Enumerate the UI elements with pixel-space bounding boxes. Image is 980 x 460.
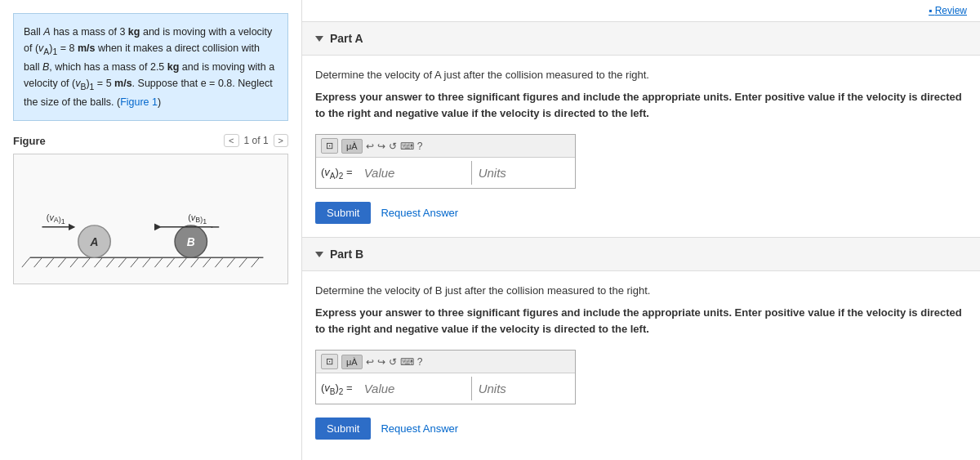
part-a-help-icon[interactable]: ? — [417, 141, 423, 152]
svg-line-15 — [191, 258, 199, 268]
part-b-redo-icon[interactable]: ↪ — [377, 356, 385, 368]
figure-page-indicator: 1 of 1 — [244, 135, 269, 146]
figure-link[interactable]: Figure 1 — [120, 96, 158, 108]
svg-line-12 — [154, 258, 163, 268]
part-b-action-row: Submit Request Answer — [315, 418, 967, 440]
part-b-value-input[interactable] — [358, 377, 472, 400]
part-b-undo-icon[interactable]: ↩ — [366, 356, 374, 368]
part-b-header[interactable]: Part B — [302, 238, 980, 271]
part-a-description: Determine the velocity of A just after t… — [315, 69, 967, 81]
svg-line-18 — [227, 258, 235, 268]
part-a-instructions: Express your answer to three significant… — [315, 89, 967, 121]
svg-line-14 — [179, 258, 187, 268]
svg-line-7 — [95, 258, 103, 268]
part-a-content: Determine the velocity of A just after t… — [302, 56, 980, 237]
svg-line-13 — [167, 258, 175, 268]
svg-text:B: B — [187, 236, 195, 248]
part-a-redo-icon[interactable]: ↪ — [377, 141, 385, 152]
fraction-icon-b: ⊡ — [326, 356, 333, 367]
part-a-section: Part A Determine the velocity of A just … — [302, 21, 980, 237]
part-b-mu-btn[interactable]: μÀ — [341, 355, 363, 369]
figure-title: Figure — [13, 135, 46, 147]
part-b-content: Determine the velocity of B just after t… — [302, 271, 980, 453]
figure-svg: A B (vA)1 — [14, 154, 287, 284]
part-b-label: Part B — [330, 248, 363, 261]
figure-nav: < 1 of 1 > — [224, 134, 288, 147]
part-b-description: Determine the velocity of B just after t… — [315, 284, 967, 297]
svg-line-5 — [70, 258, 78, 268]
part-b-submit-button[interactable]: Submit — [315, 418, 371, 440]
part-a-label: Part A — [330, 32, 363, 45]
part-a-input-area: ⊡ μÀ ↩ ↪ ↺ ⌨ ? (vA)2 = — [315, 134, 576, 189]
left-panel: Ball A has a mass of 3 kg and is moving … — [0, 0, 302, 460]
svg-line-11 — [143, 258, 151, 268]
svg-line-16 — [203, 258, 212, 268]
part-a-collapse-icon — [315, 36, 323, 42]
svg-line-2 — [34, 258, 42, 268]
mu-label: μÀ — [346, 141, 358, 151]
part-a-refresh-icon[interactable]: ↺ — [389, 141, 397, 152]
part-b-units-input[interactable] — [472, 377, 570, 400]
part-b-equation-label: (vB)2 = — [321, 382, 353, 396]
fraction-icon: ⊡ — [326, 141, 333, 151]
part-a-mu-btn[interactable]: μÀ — [341, 139, 363, 154]
figure-section: Figure < 1 of 1 > — [13, 134, 288, 447]
svg-line-1 — [22, 258, 30, 268]
part-a-answer-row: (vA)2 = — [316, 158, 575, 188]
svg-line-3 — [46, 258, 54, 268]
part-a-keyboard-icon[interactable]: ⌨ — [400, 141, 414, 152]
part-a-action-row: Submit Request Answer — [315, 202, 967, 224]
svg-line-20 — [252, 258, 260, 268]
part-a-header[interactable]: Part A — [302, 22, 980, 56]
part-b-input-area: ⊡ μÀ ↩ ↪ ↺ ⌨ ? (vB)2 = — [315, 350, 576, 404]
svg-text:(vB)1: (vB)1 — [188, 212, 207, 226]
part-b-toolbar: ⊡ μÀ ↩ ↪ ↺ ⌨ ? — [316, 351, 575, 373]
part-b-request-answer-link[interactable]: Request Answer — [381, 422, 458, 435]
part-b-instructions: Express your answer to three significant… — [315, 305, 967, 337]
part-a-value-input[interactable] — [358, 161, 472, 185]
svg-line-8 — [106, 258, 114, 268]
part-a-units-input[interactable] — [472, 161, 570, 185]
part-b-keyboard-icon[interactable]: ⌨ — [400, 356, 414, 368]
mu-label-b: μÀ — [346, 357, 358, 367]
part-b-refresh-icon[interactable]: ↺ — [389, 356, 397, 368]
part-a-equation-label: (vA)2 = — [321, 166, 353, 181]
figure-canvas: A B (vA)1 — [13, 154, 288, 284]
part-a-fraction-btn[interactable]: ⊡ — [321, 138, 338, 154]
problem-box: Ball A has a mass of 3 kg and is moving … — [13, 13, 288, 121]
svg-line-19 — [239, 258, 247, 268]
part-a-request-answer-link[interactable]: Request Answer — [381, 207, 458, 219]
svg-text:A: A — [90, 236, 99, 248]
svg-line-6 — [82, 258, 91, 268]
svg-text:(vA)1: (vA)1 — [47, 212, 65, 226]
review-link[interactable]: ▪ Review — [302, 0, 980, 21]
part-a-undo-icon[interactable]: ↩ — [366, 141, 374, 152]
part-b-answer-row: (vB)2 = — [316, 373, 575, 404]
svg-line-9 — [118, 258, 127, 268]
right-panel: ▪ Review Part A Determine the velocity o… — [302, 0, 980, 460]
svg-line-17 — [215, 258, 223, 268]
part-b-fraction-btn[interactable]: ⊡ — [321, 354, 338, 369]
figure-header: Figure < 1 of 1 > — [13, 134, 288, 147]
part-b-help-icon[interactable]: ? — [417, 356, 423, 368]
part-b-section: Part B Determine the velocity of B just … — [302, 237, 980, 453]
part-a-toolbar: ⊡ μÀ ↩ ↪ ↺ ⌨ ? — [316, 135, 575, 158]
part-b-collapse-icon — [315, 252, 323, 257]
figure-prev-button[interactable]: < — [224, 134, 238, 147]
figure-next-button[interactable]: > — [274, 134, 288, 147]
part-a-submit-button[interactable]: Submit — [315, 202, 371, 224]
svg-line-4 — [58, 258, 66, 268]
svg-line-10 — [131, 258, 139, 268]
